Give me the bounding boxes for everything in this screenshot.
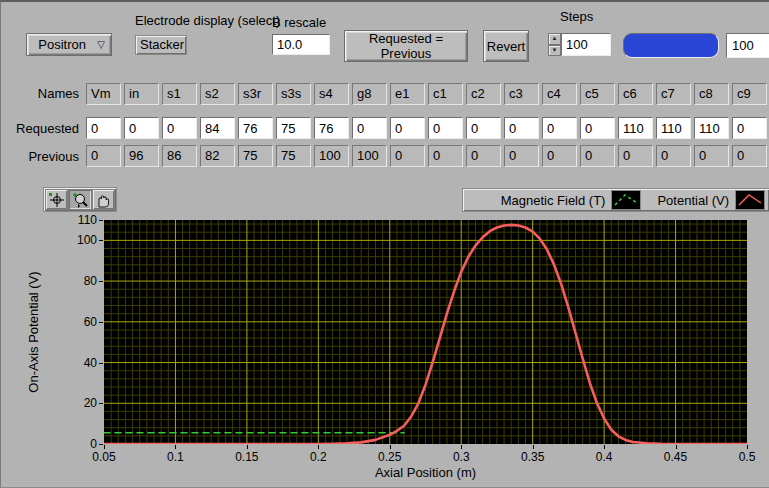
electrode-display-value: Stacker [140,37,184,52]
legend-item-potential-v-[interactable]: Potential (V) [657,190,765,210]
previous-value-s4: 100 [314,145,349,167]
electrode-name-s3r: s3r [238,83,273,105]
x-tick-mark [104,445,105,449]
legend-plot-sample-icon [735,190,765,210]
requested-input-s2[interactable] [200,117,235,139]
requested-input-c1[interactable] [428,117,463,139]
steps-input[interactable] [561,33,611,56]
legend-item-magnetic-field-t-[interactable]: Magnetic Field (T) [501,190,642,210]
previous-value-c8: 0 [694,145,729,167]
pan-tool-button[interactable] [92,189,115,210]
electrode-name-c3: c3 [504,83,539,105]
x-tick-label: 0.05 [84,450,124,464]
requested-input-in[interactable] [124,117,159,139]
requested-input-Vm[interactable] [86,117,121,139]
electrode-name-c8: c8 [694,83,729,105]
requested-input-s3s[interactable] [276,117,311,139]
requested-input-g8[interactable] [352,117,387,139]
electrode-name-c6: c6 [618,83,653,105]
electrode-name-c2: c2 [466,83,501,105]
x-tick-mark [747,445,748,449]
y-axis-title: On-Axis Potential (V) [26,271,41,392]
b-rescale-input[interactable] [272,34,330,55]
revert-button[interactable]: Revert [483,30,529,62]
x-tick-mark [247,445,248,449]
x-tick-label: 0.1 [155,450,195,464]
electrode-display-select[interactable]: Stacker [135,35,187,55]
particle-selector-dropdown[interactable]: Positron ▽ [26,33,112,56]
cursor-tool-button[interactable] [45,189,68,210]
x-tick-label: 0.5 [727,450,767,464]
requested-input-c8[interactable] [694,117,729,139]
y-tick-label: 80 [63,274,97,288]
electrode-name-c4: c4 [542,83,577,105]
electrode-name-s2: s2 [200,83,235,105]
x-tick-mark [676,445,677,449]
plot-area[interactable] [104,220,747,444]
y-tick-label: 100 [63,233,97,247]
y-tick-label: 40 [63,356,97,370]
requested-input-e1[interactable] [390,117,425,139]
requested-input-s4[interactable] [314,117,349,139]
b-rescale-label: B rescale [272,15,326,30]
x-tick-label: 0.4 [584,450,624,464]
zoom-tool-icon [70,191,90,209]
previous-row-label: Previous [1,149,79,164]
requested-input-c3[interactable] [504,117,539,139]
electrode-display-label: Electrode display (select) [135,13,280,28]
y-tick-mark [99,363,103,364]
previous-value-c2: 0 [466,145,501,167]
previous-value-Vm: 0 [86,145,121,167]
previous-value-c6: 0 [618,145,653,167]
y-tick-mark [99,240,103,241]
requested-input-s3r[interactable] [238,117,273,139]
requested-row-label: Requested [1,121,79,136]
x-tick-mark [175,445,176,449]
electrode-name-Vm: Vm [86,83,121,105]
requested-input-s1[interactable] [162,117,197,139]
steps-increment-button[interactable]: ▲ [548,33,561,45]
legend-label: Magnetic Field (T) [501,193,606,208]
x-tick-mark [390,445,391,449]
x-tick-label: 0.15 [227,450,267,464]
steps-spinner: ▲ ▼ [548,33,561,56]
y-tick-mark [99,220,103,221]
requested-equals-previous-button[interactable]: Requested = Previous [344,30,468,62]
cursor-tool-icon [47,191,67,209]
names-row-label: Names [1,86,79,101]
requested-input-c4[interactable] [542,117,577,139]
requested-input-c6[interactable] [618,117,653,139]
requested-input-c9[interactable] [732,117,767,139]
chevron-down-icon: ▽ [97,39,105,50]
previous-value-e1: 0 [390,145,425,167]
previous-value-c1: 0 [428,145,463,167]
requested-input-c2[interactable] [466,117,501,139]
electrode-name-in: in [124,83,159,105]
previous-value-c4: 0 [542,145,577,167]
x-tick-label: 0.45 [656,450,696,464]
legend-plot-sample-icon [611,190,641,210]
electrode-name-s4: s4 [314,83,349,105]
legend-label: Potential (V) [657,193,729,208]
x-tick-mark [461,445,462,449]
requested-input-c7[interactable] [656,117,691,139]
steps-label: Steps [560,9,593,24]
y-tick-label: 0 [63,437,97,451]
electrode-name-e1: e1 [390,83,425,105]
previous-value-g8: 100 [352,145,387,167]
x-tick-mark [604,445,605,449]
x-axis-title: Axial Position (m) [1,465,769,480]
electrode-name-c7: c7 [656,83,691,105]
zoom-tool-button[interactable] [68,189,91,210]
electrode-name-g8: g8 [352,83,387,105]
previous-value-s3r: 75 [238,145,273,167]
previous-value-s1: 86 [162,145,197,167]
requested-input-c5[interactable] [580,117,615,139]
steps-remaining-display[interactable]: 100 [726,33,769,58]
steps-decrement-button[interactable]: ▼ [548,45,561,57]
electrode-name-c1: c1 [428,83,463,105]
x-tick-label: 0.35 [513,450,553,464]
electrode-name-c5: c5 [580,83,615,105]
y-tick-label: 20 [63,396,97,410]
y-tick-mark [99,444,103,445]
